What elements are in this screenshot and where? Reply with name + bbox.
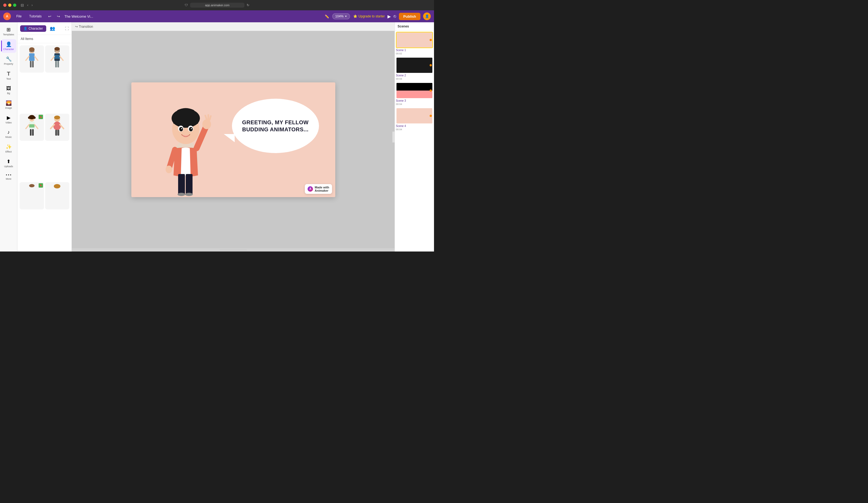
collapse-panel-button[interactable]: ‹ [392,132,395,143]
upgrade-button[interactable]: ⭐ Upgrade to starter [353,14,385,18]
char-svg-3 [24,115,40,139]
scene-item-2[interactable]: Scene 2 00:04 [396,57,433,80]
edit-project-icon[interactable]: ✏️ [325,14,329,19]
svg-line-53 [210,116,211,120]
close-button[interactable] [3,3,7,7]
transition-icon: ↪ [75,25,78,29]
char-card-6[interactable] [45,182,70,209]
character-tab-button[interactable]: 👤 Character [20,25,46,32]
sidebar-item-more[interactable]: • • • More [1,171,16,182]
svg-rect-19 [29,124,34,127]
sidebar-item-effect[interactable]: ✨ Effect [1,142,16,155]
canvas-area: ‹ ↪ Transition GREETING, MY FELLOWBUDDIN… [72,22,395,251]
publish-button[interactable]: Publish [399,13,421,20]
main-character-figure[interactable] [158,94,213,197]
active-indicator [1,41,2,51]
sidebar-item-bg[interactable]: 🖼 Bg [1,83,16,97]
panel-expand-button[interactable]: ⛶ [65,27,69,31]
svg-point-55 [166,166,172,173]
undo-button[interactable]: ↩ [47,13,52,19]
uploads-icon: ⬆ [7,158,11,165]
user-avatar[interactable]: 👤 [423,12,431,20]
minimize-button[interactable] [8,3,11,7]
svg-point-7 [29,47,34,52]
svg-point-39 [178,193,185,196]
scene-thumb-bg-2 [396,57,432,73]
tutorials-menu[interactable]: Tutorials [27,13,44,19]
sidebar-item-text[interactable]: T Text [1,69,16,82]
sidebar-item-uploads[interactable]: ⬆ Uploads [1,156,16,170]
sidebar-item-property[interactable]: 🔧 Property [1,54,16,67]
canvas-slide: GREETING, MY FELLOWBUDDING ANIMATORS... [131,82,335,197]
svg-point-45 [179,127,183,131]
char-figure-3 [24,115,40,139]
uploads-label: Uploads [4,165,13,168]
svg-rect-38 [186,174,193,195]
property-icon: 🔧 [6,56,12,62]
maximize-button[interactable] [13,3,16,7]
share-button[interactable]: ⎋ [393,14,396,19]
sidebar-toggle-icon[interactable]: ⊟ [21,3,24,7]
character-label: Character [3,48,14,51]
canvas-scrollbar[interactable] [72,248,395,251]
char-card-4[interactable] [45,114,70,141]
refresh-icon[interactable]: ↻ [247,3,249,7]
svg-rect-31 [55,130,57,136]
app-logo[interactable]: A [3,12,11,20]
group-tab-button[interactable]: 👥 [49,24,56,32]
header-right-controls: ⭐ Upgrade to starter ▶ ⎋ Publish 👤 [353,12,431,20]
sidebar-item-music[interactable]: ♪ Music [1,127,16,140]
char-svg-5 [24,184,40,208]
redo-button[interactable]: ↪ [56,13,61,19]
scrollbar-track [220,249,247,250]
panel-header: 👤 Character 👥 ⛶ [18,22,72,35]
zoom-control[interactable]: 104% ▼ [332,13,350,19]
svg-line-20 [26,125,29,129]
back-icon[interactable]: ‹ [27,3,28,7]
templates-wrapper: ⊞ Templates [1,24,16,38]
speech-text: GREETING, MY FELLOWBUDDING ANIMATORS... [242,119,309,133]
more-icon: • • • [6,173,11,177]
video-icon: ▶ [7,115,11,121]
scene-time-4: 00:04 [396,128,433,131]
sidebar-item-templates[interactable]: ⊞ Templates [1,24,16,38]
char-card-3[interactable]: 🔖 [20,114,44,141]
char-figure-6 [49,184,65,208]
char-card-1[interactable] [20,45,44,73]
canvas-wrapper[interactable]: GREETING, MY FELLOWBUDDING ANIMATORS... [72,31,395,248]
more-label: More [6,178,11,180]
char-figure-4 [49,115,65,139]
sidebar-item-character[interactable]: 👤 Character [1,39,16,53]
char-card-5[interactable]: 🔖 [20,182,44,209]
property-label: Property [4,63,13,65]
svg-rect-14 [55,61,57,67]
scene-item-3[interactable]: Scene 3 00:04 [396,82,433,105]
url-bar[interactable]: app.animaker.com [190,3,245,8]
project-title: The Welcome Vi... [64,14,321,19]
video-label: Video [6,121,12,124]
svg-rect-22 [30,129,32,136]
scene-item-4[interactable]: Scene 4 00:04 [396,108,433,131]
image-label: Image [5,107,12,109]
bookmark-badge-5: 🔖 [39,183,43,188]
svg-rect-11 [54,55,60,59]
traffic-lights [3,3,16,7]
main-character-svg [158,94,213,197]
forward-icon[interactable]: › [32,3,33,7]
char-svg-4 [49,115,65,139]
scene-thumbnail-1 [396,32,433,48]
play-preview-button[interactable]: ▶ [388,14,391,19]
bg-label: Bg [7,92,10,95]
svg-point-33 [54,116,60,119]
char-card-2[interactable] [45,45,70,73]
zoom-dropdown-icon: ▼ [344,15,347,18]
file-menu[interactable]: File [14,13,24,19]
transition-badge: ↪ Transition [75,25,93,29]
scene-item-1[interactable]: Scene 1 00:02 [396,32,433,55]
sidebar-item-image[interactable]: 🌄 Image [1,98,16,112]
templates-icon: ⊞ [7,27,11,33]
scene-dot-2 [430,64,432,66]
main-layout: ⊞ Templates 👤 Character 🔧 Property T Tex… [0,22,434,251]
sidebar-item-video[interactable]: ▶ Video [1,113,16,126]
svg-point-47 [181,128,182,129]
